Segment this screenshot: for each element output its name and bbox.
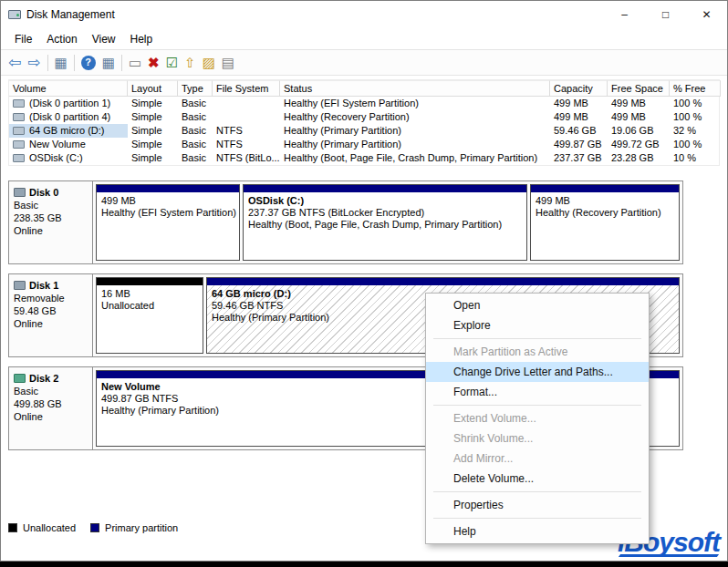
- volume-icon: [13, 140, 25, 149]
- disk-state: Online: [14, 317, 88, 330]
- capacity-cell: 499 MB: [550, 110, 608, 124]
- primary-partition-label: Primary partition: [105, 522, 178, 533]
- disk-1-label[interactable]: Disk 1 Removable 59.48 GB Online: [9, 274, 93, 356]
- context-menu-item-open[interactable]: Open: [426, 295, 649, 315]
- free-space-cell: 499 MB: [608, 110, 670, 124]
- delete-icon[interactable]: ✖: [148, 56, 160, 69]
- partition-size: 499 MB: [101, 195, 234, 207]
- table-row[interactable]: (Disk 0 partition 4) Simple Basic Health…: [9, 110, 719, 124]
- context-menu-item-format[interactable]: Format...: [426, 382, 649, 402]
- pct-free-cell: 32 %: [670, 124, 721, 138]
- properties-icon[interactable]: ▦: [102, 56, 115, 69]
- table-row[interactable]: New Volume Simple Basic NTFS Healthy (Pr…: [9, 138, 719, 151]
- col-capacity[interactable]: Capacity: [550, 80, 608, 97]
- volume-icon: [13, 127, 25, 135]
- console-tree-icon[interactable]: ▦: [55, 56, 68, 69]
- toolbar: ⇦ ⇨ ▦ ? ▦ ▭ ✖ ☑ ⇧ ▨ ▤: [1, 49, 727, 76]
- context-menu-item-help[interactable]: Help: [426, 521, 649, 541]
- partition-efi-system[interactable]: 499 MB Healthy (EFI System Partition): [96, 184, 240, 261]
- volume-name: 64 GB micro (D:): [29, 125, 105, 137]
- window-title: Disk Management: [26, 8, 115, 21]
- forward-icon[interactable]: ⇨: [27, 55, 40, 70]
- partition-status: Healthy (EFI System Partition): [101, 207, 234, 219]
- menu-help[interactable]: Help: [123, 30, 161, 48]
- disk-0-partitions: 499 MB Healthy (EFI System Partition) OS…: [93, 181, 682, 263]
- context-menu-separator: [433, 338, 641, 339]
- disk-kind: Basic: [14, 199, 88, 211]
- status-icon[interactable]: ▭: [129, 56, 141, 69]
- volume-cell: OSDisk (C:): [9, 151, 128, 165]
- unallocated-swatch: [8, 523, 17, 532]
- partition-size: 237.37 GB NTFS (BitLocker Encrypted): [248, 207, 522, 219]
- layout-cell: Simple: [128, 97, 178, 110]
- partition-osdisk-c[interactable]: OSDisk (C:) 237.37 GB NTFS (BitLocker En…: [243, 184, 527, 261]
- partition-title: OSDisk (C:): [248, 195, 522, 207]
- menu-action[interactable]: Action: [39, 30, 84, 48]
- partition-status: Healthy (Recovery Partition): [536, 207, 674, 219]
- disk-state: Online: [14, 410, 88, 423]
- pct-free-cell: 100 %: [670, 138, 721, 151]
- file-system-cell: NTFS: [213, 124, 280, 138]
- col-free-space[interactable]: Free Space: [608, 80, 670, 97]
- volume-name: OSDisk (C:): [29, 152, 83, 164]
- minimize-button[interactable]: –: [604, 1, 645, 28]
- menu-file[interactable]: File: [7, 30, 39, 48]
- back-icon[interactable]: ⇦: [8, 55, 21, 70]
- context-menu-item-extend-volume: Extend Volume...: [426, 408, 649, 428]
- status-cell: Healthy (Recovery Partition): [280, 110, 550, 124]
- disk-0-label[interactable]: Disk 0 Basic 238.35 GB Online: [9, 181, 93, 263]
- form-icon[interactable]: ▤: [222, 56, 234, 69]
- maximize-button[interactable]: □: [645, 1, 686, 28]
- table-row[interactable]: (Disk 0 partition 1) Simple Basic Health…: [9, 97, 719, 110]
- context-menu-item-add-mirror: Add Mirror...: [426, 448, 649, 469]
- unallocated-stripe: [97, 278, 203, 285]
- context-menu-separator: [433, 405, 641, 406]
- bottom-black-bar: [0, 562, 728, 567]
- col-layout[interactable]: Layout: [128, 80, 178, 97]
- col-type[interactable]: Type: [178, 80, 213, 97]
- context-menu-item-explore[interactable]: Explore: [426, 315, 649, 335]
- disk-size: 238.35 GB: [14, 211, 88, 224]
- screenshot-root: Disk Management – □ ✕ File Action View H…: [0, 0, 728, 567]
- context-menu-item-properties[interactable]: Properties: [426, 495, 649, 515]
- capacity-cell: 59.46 GB: [550, 124, 608, 138]
- menu-view[interactable]: View: [85, 30, 123, 48]
- help-icon[interactable]: ?: [81, 56, 96, 70]
- col-file-system[interactable]: File System: [213, 80, 280, 97]
- context-menu-item-delete-volume[interactable]: Delete Volume...: [426, 469, 649, 489]
- partition-status: Healthy (Boot, Page File, Crash Dump, Pr…: [248, 219, 522, 231]
- disk-state: Online: [14, 224, 88, 237]
- col-status[interactable]: Status: [280, 80, 550, 97]
- close-button[interactable]: ✕: [686, 1, 727, 28]
- toolbar-separator: [121, 55, 122, 71]
- volume-name: (Disk 0 partition 4): [29, 111, 110, 123]
- partition-recovery[interactable]: 499 MB Healthy (Recovery Partition): [530, 184, 680, 261]
- disk-name: Disk 1: [29, 279, 58, 292]
- check-icon[interactable]: ☑: [166, 56, 178, 69]
- col-volume[interactable]: Volume: [9, 80, 128, 97]
- primary-partition-stripe: [207, 278, 679, 285]
- disk-management-window: Disk Management – □ ✕ File Action View H…: [0, 0, 728, 562]
- disk-icon: [14, 188, 26, 197]
- table-row[interactable]: OSDisk (C:) Simple Basic NTFS (BitLo... …: [9, 151, 719, 165]
- primary-partition-stripe: [244, 185, 526, 192]
- up-folder-icon[interactable]: ⇧: [184, 56, 196, 69]
- folder-icon[interactable]: ▨: [203, 56, 215, 69]
- disk-2-label[interactable]: Disk 2 Basic 499.88 GB Online: [9, 367, 93, 449]
- menu-bar: File Action View Help: [1, 28, 727, 49]
- layout-cell: Simple: [128, 124, 178, 138]
- status-cell: Healthy (EFI System Partition): [280, 97, 550, 110]
- primary-partition-stripe: [531, 185, 679, 192]
- context-menu-item-change-drive-letter[interactable]: Change Drive Letter and Paths...: [426, 362, 649, 382]
- volume-cell: New Volume: [9, 138, 128, 151]
- capacity-cell: 499 MB: [550, 97, 608, 110]
- table-row-selected[interactable]: 64 GB micro (D:) Simple Basic NTFS Healt…: [9, 124, 719, 138]
- free-space-cell: 23.28 GB: [608, 151, 670, 165]
- col-pct-free[interactable]: % Free: [670, 80, 721, 97]
- file-system-cell: [213, 97, 280, 110]
- status-cell: Healthy (Primary Partition): [280, 138, 550, 151]
- volume-icon: [13, 154, 25, 162]
- partition-unallocated[interactable]: 16 MB Unallocated: [96, 277, 203, 354]
- type-cell: Basic: [178, 151, 213, 165]
- volume-cell: 64 GB micro (D:): [9, 124, 128, 138]
